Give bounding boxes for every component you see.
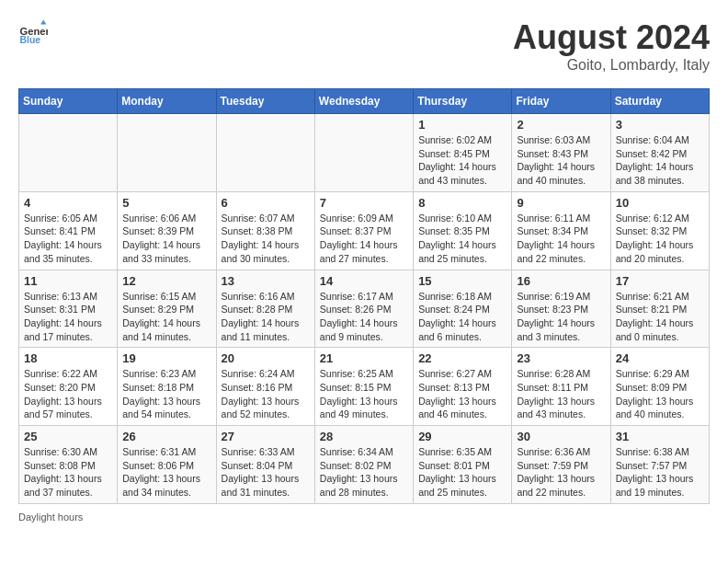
day-number: 1: [418, 118, 506, 132]
day-header-saturday: Saturday: [610, 89, 709, 114]
calendar-cell: [216, 114, 314, 192]
day-number: 10: [616, 196, 704, 210]
day-info: Sunrise: 6:13 AMSunset: 8:31 PMDaylight:…: [24, 290, 112, 344]
calendar-cell: 28Sunrise: 6:34 AMSunset: 8:02 PMDayligh…: [314, 426, 413, 504]
day-number: 30: [517, 430, 605, 443]
day-info: Sunrise: 6:30 AMSunset: 8:08 PMDaylight:…: [24, 445, 112, 500]
day-info: Sunrise: 6:07 AMSunset: 8:38 PMDaylight:…: [222, 212, 310, 266]
calendar-cell: 26Sunrise: 6:31 AMSunset: 8:06 PMDayligh…: [118, 426, 216, 504]
calendar-cell: 10Sunrise: 6:12 AMSunset: 8:32 PMDayligh…: [610, 191, 709, 270]
calendar-cell: 19Sunrise: 6:23 AMSunset: 8:18 PMDayligh…: [118, 348, 216, 426]
day-number: 6: [222, 196, 310, 210]
title-block: August 2024 Goito, Lombardy, Italy: [513, 18, 710, 74]
calendar-table: SundayMondayTuesdayWednesdayThursdayFrid…: [18, 88, 710, 504]
calendar-cell: 9Sunrise: 6:11 AMSunset: 8:34 PMDaylight…: [512, 191, 610, 270]
calendar-cell: 12Sunrise: 6:15 AMSunset: 8:29 PMDayligh…: [118, 270, 216, 348]
day-number: 8: [418, 196, 506, 210]
logo-icon: General Blue: [18, 18, 48, 48]
calendar-cell: 25Sunrise: 6:30 AMSunset: 8:08 PMDayligh…: [19, 426, 118, 504]
page-subtitle: Goito, Lombardy, Italy: [513, 57, 710, 74]
calendar-cell: 21Sunrise: 6:25 AMSunset: 8:15 PMDayligh…: [314, 348, 413, 426]
day-info: Sunrise: 6:10 AMSunset: 8:35 PMDaylight:…: [418, 212, 506, 266]
day-info: Sunrise: 6:33 AMSunset: 8:04 PMDaylight:…: [222, 445, 310, 500]
day-number: 7: [320, 196, 408, 210]
day-number: 22: [418, 351, 506, 365]
calendar-cell: 24Sunrise: 6:29 AMSunset: 8:09 PMDayligh…: [610, 348, 709, 426]
day-info: Sunrise: 6:38 AMSunset: 7:57 PMDaylight:…: [616, 445, 704, 500]
calendar-cell: 31Sunrise: 6:38 AMSunset: 7:57 PMDayligh…: [610, 426, 709, 504]
day-info: Sunrise: 6:27 AMSunset: 8:13 PMDaylight:…: [418, 367, 506, 421]
day-info: Sunrise: 6:25 AMSunset: 8:15 PMDaylight:…: [320, 367, 408, 421]
calendar-cell: 14Sunrise: 6:17 AMSunset: 8:26 PMDayligh…: [314, 270, 413, 348]
day-number: 13: [222, 274, 310, 288]
calendar-cell: 18Sunrise: 6:22 AMSunset: 8:20 PMDayligh…: [19, 348, 118, 426]
day-number: 25: [24, 430, 112, 443]
day-info: Sunrise: 6:18 AMSunset: 8:24 PMDaylight:…: [418, 290, 506, 344]
day-info: Sunrise: 6:19 AMSunset: 8:23 PMDaylight:…: [517, 290, 605, 344]
calendar-cell: 6Sunrise: 6:07 AMSunset: 8:38 PMDaylight…: [216, 191, 314, 270]
calendar-cell: 3Sunrise: 6:04 AMSunset: 8:42 PMDaylight…: [610, 114, 709, 192]
day-info: Sunrise: 6:23 AMSunset: 8:18 PMDaylight:…: [122, 367, 210, 421]
page-header: General Blue August 2024 Goito, Lombardy…: [18, 18, 710, 74]
day-number: 31: [616, 430, 704, 443]
svg-marker-2: [40, 20, 46, 25]
calendar-week-5: 25Sunrise: 6:30 AMSunset: 8:08 PMDayligh…: [19, 426, 710, 504]
day-number: 4: [24, 196, 112, 210]
day-info: Sunrise: 6:05 AMSunset: 8:41 PMDaylight:…: [24, 212, 112, 266]
calendar-cell: 2Sunrise: 6:03 AMSunset: 8:43 PMDaylight…: [512, 114, 610, 192]
day-info: Sunrise: 6:04 AMSunset: 8:42 PMDaylight:…: [616, 133, 704, 188]
calendar-cell: [118, 114, 216, 192]
day-info: Sunrise: 6:22 AMSunset: 8:20 PMDaylight:…: [24, 367, 112, 421]
day-number: 2: [517, 118, 605, 132]
calendar-week-2: 4Sunrise: 6:05 AMSunset: 8:41 PMDaylight…: [19, 191, 710, 270]
calendar-header-row: SundayMondayTuesdayWednesdayThursdayFrid…: [19, 89, 710, 114]
day-info: Sunrise: 6:17 AMSunset: 8:26 PMDaylight:…: [320, 290, 408, 344]
day-number: 27: [222, 430, 310, 443]
day-number: 16: [517, 274, 605, 288]
day-info: Sunrise: 6:31 AMSunset: 8:06 PMDaylight:…: [122, 445, 210, 500]
logo: General Blue: [18, 18, 48, 48]
day-number: 15: [418, 274, 506, 288]
calendar-cell: 13Sunrise: 6:16 AMSunset: 8:28 PMDayligh…: [216, 270, 314, 348]
calendar-cell: 4Sunrise: 6:05 AMSunset: 8:41 PMDaylight…: [19, 191, 118, 270]
calendar-cell: 5Sunrise: 6:06 AMSunset: 8:39 PMDaylight…: [118, 191, 216, 270]
day-info: Sunrise: 6:03 AMSunset: 8:43 PMDaylight:…: [517, 133, 605, 188]
svg-text:Blue: Blue: [20, 35, 41, 45]
day-info: Sunrise: 6:28 AMSunset: 8:11 PMDaylight:…: [517, 367, 605, 421]
calendar-cell: 23Sunrise: 6:28 AMSunset: 8:11 PMDayligh…: [512, 348, 610, 426]
day-number: 18: [24, 351, 112, 365]
day-info: Sunrise: 6:36 AMSunset: 7:59 PMDaylight:…: [517, 445, 605, 500]
day-number: 17: [616, 274, 704, 288]
calendar-cell: 16Sunrise: 6:19 AMSunset: 8:23 PMDayligh…: [512, 270, 610, 348]
day-info: Sunrise: 6:35 AMSunset: 8:01 PMDaylight:…: [418, 445, 506, 500]
day-info: Sunrise: 6:09 AMSunset: 8:37 PMDaylight:…: [320, 212, 408, 266]
day-header-thursday: Thursday: [414, 89, 512, 114]
calendar-week-3: 11Sunrise: 6:13 AMSunset: 8:31 PMDayligh…: [19, 270, 710, 348]
calendar-cell: 11Sunrise: 6:13 AMSunset: 8:31 PMDayligh…: [19, 270, 118, 348]
day-number: 3: [616, 118, 704, 132]
footer-text: Daylight hours: [18, 511, 83, 523]
day-info: Sunrise: 6:15 AMSunset: 8:29 PMDaylight:…: [122, 290, 210, 344]
calendar-cell: 22Sunrise: 6:27 AMSunset: 8:13 PMDayligh…: [414, 348, 512, 426]
day-number: 24: [616, 351, 704, 365]
day-header-friday: Friday: [512, 89, 610, 114]
day-number: 11: [24, 274, 112, 288]
day-info: Sunrise: 6:34 AMSunset: 8:02 PMDaylight:…: [320, 445, 408, 500]
calendar-cell: 8Sunrise: 6:10 AMSunset: 8:35 PMDaylight…: [414, 191, 512, 270]
day-number: 12: [122, 274, 210, 288]
day-info: Sunrise: 6:24 AMSunset: 8:16 PMDaylight:…: [222, 367, 310, 421]
day-info: Sunrise: 6:06 AMSunset: 8:39 PMDaylight:…: [122, 212, 210, 266]
day-number: 21: [320, 351, 408, 365]
calendar-cell: 1Sunrise: 6:02 AMSunset: 8:45 PMDaylight…: [414, 114, 512, 192]
calendar-cell: [314, 114, 413, 192]
calendar-cell: 15Sunrise: 6:18 AMSunset: 8:24 PMDayligh…: [414, 270, 512, 348]
page-title: August 2024: [513, 18, 710, 57]
day-header-monday: Monday: [118, 89, 216, 114]
calendar-cell: 27Sunrise: 6:33 AMSunset: 8:04 PMDayligh…: [216, 426, 314, 504]
day-number: 9: [517, 196, 605, 210]
day-number: 26: [122, 430, 210, 443]
day-number: 29: [418, 430, 506, 443]
day-number: 20: [222, 351, 310, 365]
day-number: 19: [122, 351, 210, 365]
footer: Daylight hours: [18, 511, 710, 523]
